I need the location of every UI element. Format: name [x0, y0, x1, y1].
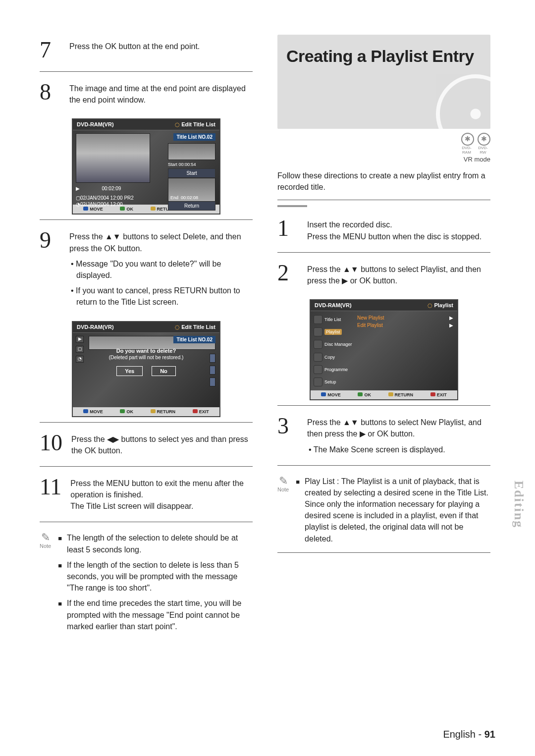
menu-copy[interactable]: Copy [314, 352, 354, 362]
menu-programme[interactable]: Programme [314, 364, 354, 375]
option-new-playlist[interactable]: New Playlist▶ [357, 314, 453, 322]
osd-delete-confirm: DVD-RAM(VR) ◌ Edit Title List ▶ ▢ ◔ Titl… [72, 321, 220, 417]
osd-yes-button[interactable]: Yes [116, 366, 143, 376]
osd-end-thumb: End 00:02:08 [168, 178, 215, 202]
osd-edit-title-list: DVD-RAM(VR) ◌ Edit Title List Title List… [72, 118, 220, 215]
osd-no-button[interactable]: No [152, 366, 176, 376]
section-heading: Creating a Playlist Entry [286, 47, 482, 66]
menu-disc-manager[interactable]: Disc Manager [314, 339, 354, 350]
osd-preview-thumbnail [76, 133, 150, 183]
step-9: 9 Press the ▲▼ buttons to select Delete,… [40, 225, 253, 314]
menu-playlist[interactable]: Playlist [314, 326, 354, 337]
bullet-icon: ■ [296, 476, 300, 544]
accent-rule [277, 205, 307, 207]
intro-text: Follow these directions to create a new … [277, 170, 490, 193]
step-number: 9 [40, 229, 60, 252]
menu-setup[interactable]: Setup [314, 377, 354, 387]
divider [40, 466, 253, 467]
osd-header-right: ◌ Edit Title List [175, 121, 215, 128]
step-bullet: Message "Do you want to delete?" will be… [69, 258, 253, 281]
osd-header-right: ◌ Edit Title List [175, 324, 215, 330]
step-bullet: The Make Scene screen is displayed. [307, 444, 490, 455]
osd-side-icon: ◔ [76, 356, 84, 363]
option-edit-playlist[interactable]: Edit Playlist▶ [357, 322, 453, 329]
note-text: Play List : The Playlist is a unit of pl… [305, 476, 490, 544]
step-number: 7 [40, 39, 60, 61]
step-11: 11 Press the MENU button to exit the men… [40, 472, 253, 518]
note-text: If the length of the section to delete i… [67, 559, 253, 594]
step-text: Press the OK button at the end point. [69, 39, 253, 52]
menu-title-list[interactable]: Title List [314, 314, 354, 324]
osd-disc-label: DVD-RAM(VR) [77, 324, 114, 330]
divider [40, 522, 253, 522]
note-label: Note [277, 486, 289, 492]
step-text: Press the ▲▼ buttons to select Playlist,… [307, 262, 490, 286]
step-number: 3 [277, 415, 298, 437]
dvd-ram-icon [461, 133, 474, 146]
note-label: Note [40, 543, 51, 549]
divider [40, 422, 253, 423]
osd-footer-hints: MOVE OK RETURN EXIT [311, 390, 457, 399]
note-icon: ✎ [277, 476, 289, 486]
page-footer: English - 91 [443, 729, 495, 740]
osd-return-button[interactable]: Return [168, 201, 215, 211]
note-block: ✎ Note ■Play List : The Playlist is a un… [277, 471, 490, 548]
step-text: The image and time at the end point are … [69, 81, 253, 106]
divider [40, 219, 253, 220]
divider [277, 200, 490, 200]
dvd-rw-icon [478, 133, 490, 146]
step-2: 2 Press the ▲▼ buttons to select Playlis… [277, 258, 490, 292]
bullet-icon: ■ [58, 597, 62, 632]
osd-dialog: Do you want to delete? (Deleted part wil… [99, 348, 193, 376]
note-icon: ✎ [40, 532, 51, 543]
osd-action-thumb [168, 143, 215, 160]
step-text: Insert the recorded disc. [307, 219, 490, 230]
divider [277, 252, 490, 253]
divider [277, 552, 490, 553]
step-10: 10 Press the ◀▶ buttons to select yes an… [40, 428, 253, 462]
osd-header-right: ◌ Playlist [428, 302, 453, 309]
step-1: 1 Insert the recorded disc. Press the ME… [277, 213, 490, 248]
osd-start-button[interactable]: Start [168, 168, 215, 178]
step-number: 1 [277, 217, 298, 240]
side-caption: Editing [511, 481, 526, 528]
step-number: 11 [40, 476, 61, 498]
osd-playtime: ▶ 00:02:09 [76, 186, 121, 191]
section-heading-box: Creating a Playlist Entry [277, 35, 490, 129]
osd-title-list-label: Title List NO.02 [173, 336, 215, 343]
step-text: Press the MENU button when the disc is s… [307, 231, 490, 242]
step-text: Press the ◀▶ buttons to select yes and t… [71, 432, 253, 456]
osd-recording-info: ▢02/JAN/2004 12:00 PR2 ◔02/JAN/2004 12:0… [76, 195, 134, 208]
step-number: 8 [40, 81, 60, 104]
osd-footer-hints: MOVE OK RETURN EXIT [73, 407, 219, 416]
step-text: Press the ▲▼ buttons to select Delete, a… [69, 231, 253, 254]
osd-side-icon: ▢ [76, 346, 84, 353]
osd-disc-label: DVD-RAM(VR) [315, 302, 352, 309]
step-7: 7 Press the OK button at the end point. [40, 35, 253, 67]
step-text: Press the MENU button to exit the menu a… [70, 478, 253, 500]
divider [277, 405, 490, 406]
step-number: 10 [40, 432, 62, 454]
osd-playlist-menu: DVD-RAM(VR) ◌ Playlist Title List Playli… [310, 299, 458, 400]
step-3: 3 Press the ▲▼ buttons to select New Pla… [277, 411, 490, 461]
bullet-icon: ■ [58, 532, 62, 555]
vr-mode-label: VR mode [277, 156, 490, 163]
disc-type-chips: DVD-RAM DVD-RW [277, 133, 490, 155]
note-text: The length of the selection to delete sh… [67, 532, 253, 555]
note-text: If the end time precedes the start time,… [67, 597, 253, 632]
divider [277, 465, 490, 466]
osd-title-list-label: Title List NO.02 [173, 133, 215, 141]
divider [40, 71, 253, 72]
step-bullet: If you want to cancel, press RETURN butt… [69, 285, 253, 308]
step-8: 8 The image and time at the end point ar… [40, 77, 253, 111]
step-number: 2 [277, 262, 298, 284]
disc-graphic [436, 74, 490, 129]
osd-disc-label: DVD-RAM(VR) [77, 121, 114, 128]
step-text: The Title List screen will disappear. [70, 500, 253, 512]
osd-side-icon: ▶ [76, 336, 84, 343]
bullet-icon: ■ [58, 559, 62, 594]
step-text: Press the ▲▼ buttons to select New Playl… [307, 417, 490, 439]
note-block: ✎ Note ■The length of the selection to d… [40, 527, 253, 636]
